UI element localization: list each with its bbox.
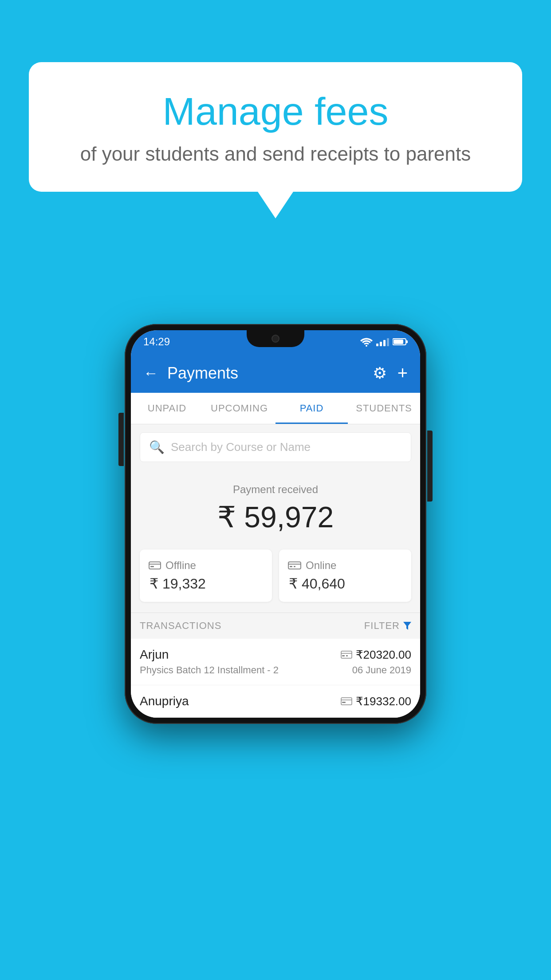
phone-outer: 14:29 (125, 324, 426, 724)
offline-amount: ₹ 19,332 (150, 575, 206, 592)
transaction-date: 06 June 2019 (352, 664, 411, 676)
transaction-top: Arjun ₹20320.00 (140, 648, 411, 662)
transaction-name: Arjun (140, 648, 169, 662)
back-button[interactable]: ← (143, 364, 158, 382)
phone-screen: 14:29 (131, 330, 420, 718)
speech-bubble-subtitle: of your students and send receipts to pa… (64, 143, 487, 165)
payment-total-amount: ₹ 59,972 (140, 500, 411, 534)
offline-payment-icon (149, 561, 161, 570)
svg-marker-11 (403, 622, 411, 630)
offline-transaction-icon (341, 697, 352, 706)
svg-rect-15 (346, 655, 348, 656)
online-label: Online (306, 559, 336, 572)
background: Manage fees of your students and send re… (0, 0, 551, 980)
online-card-header: Online (288, 559, 336, 572)
svg-rect-3 (394, 340, 403, 344)
header-right: ⚙ + (373, 363, 408, 383)
speech-bubble: Manage fees of your students and send re… (29, 62, 522, 192)
filter-button[interactable]: FILTER (364, 620, 411, 632)
transactions-label: TRANSACTIONS (140, 620, 221, 632)
online-payment-icon (288, 561, 301, 570)
phone-notch (247, 330, 304, 347)
phone-camera (272, 335, 279, 343)
transaction-row[interactable]: Arjun ₹20320.00 (131, 639, 420, 685)
add-button[interactable]: + (398, 363, 408, 383)
header-title: Payments (167, 364, 238, 383)
tabs-container: UNPAID UPCOMING PAID STUDENTS (131, 393, 420, 424)
tab-students[interactable]: STUDENTS (348, 393, 420, 424)
wifi-icon (360, 337, 373, 347)
payment-cards: Offline ₹ 19,332 Online (131, 545, 420, 612)
svg-rect-4 (149, 562, 161, 569)
svg-rect-2 (406, 340, 408, 343)
svg-rect-7 (288, 562, 301, 569)
online-amount: ₹ 40,640 (289, 575, 345, 592)
speech-bubble-container: Manage fees of your students and send re… (29, 62, 522, 218)
status-icons (360, 337, 408, 347)
transactions-header: TRANSACTIONS FILTER (131, 612, 420, 639)
payment-received-label: Payment received (140, 483, 411, 496)
transaction-amount: ₹20320.00 (356, 648, 411, 662)
speech-bubble-title: Manage fees (64, 89, 487, 134)
transaction-bottom: Physics Batch 12 Installment - 2 06 June… (140, 664, 411, 676)
header-left: ← Payments (143, 364, 238, 383)
svg-rect-12 (341, 651, 352, 658)
transaction-row[interactable]: Anupriya ₹19332.00 (131, 685, 420, 718)
status-time: 14:29 (143, 336, 170, 348)
transaction-name: Anupriya (140, 694, 189, 708)
svg-rect-14 (342, 655, 345, 656)
transactions-list: Arjun ₹20320.00 (131, 639, 420, 718)
transaction-amount: ₹19332.00 (356, 695, 411, 708)
tab-unpaid[interactable]: UNPAID (131, 393, 203, 424)
transaction-amount-row: ₹20320.00 (341, 648, 411, 662)
filter-icon (403, 622, 411, 630)
app-header: ← Payments ⚙ + (131, 353, 420, 393)
offline-card-header: Offline (149, 559, 196, 572)
tab-paid[interactable]: PAID (276, 393, 348, 424)
online-card: Online ₹ 40,640 (279, 549, 411, 602)
svg-rect-10 (294, 566, 295, 567)
svg-rect-16 (341, 698, 352, 705)
filter-label-text: FILTER (364, 620, 400, 632)
svg-rect-6 (150, 566, 154, 567)
online-transaction-icon (341, 650, 352, 659)
speech-bubble-arrow (258, 192, 293, 218)
svg-rect-9 (290, 566, 292, 567)
payment-received-section: Payment received ₹ 59,972 (131, 470, 420, 545)
svg-rect-18 (342, 702, 346, 703)
search-bar[interactable]: 🔍 Search by Course or Name (140, 432, 411, 462)
search-icon: 🔍 (149, 440, 165, 454)
transaction-amount-row: ₹19332.00 (341, 695, 411, 708)
search-placeholder: Search by Course or Name (171, 440, 311, 454)
transaction-detail: Physics Batch 12 Installment - 2 (140, 664, 279, 676)
offline-card: Offline ₹ 19,332 (140, 549, 272, 602)
battery-icon (393, 338, 408, 346)
phone-container: 14:29 (125, 324, 426, 724)
svg-point-0 (366, 345, 367, 347)
signal-bars-icon (376, 337, 389, 346)
search-container: 🔍 Search by Course or Name (131, 424, 420, 470)
offline-label: Offline (165, 559, 196, 572)
settings-icon[interactable]: ⚙ (373, 364, 387, 383)
tab-upcoming[interactable]: UPCOMING (203, 393, 276, 424)
